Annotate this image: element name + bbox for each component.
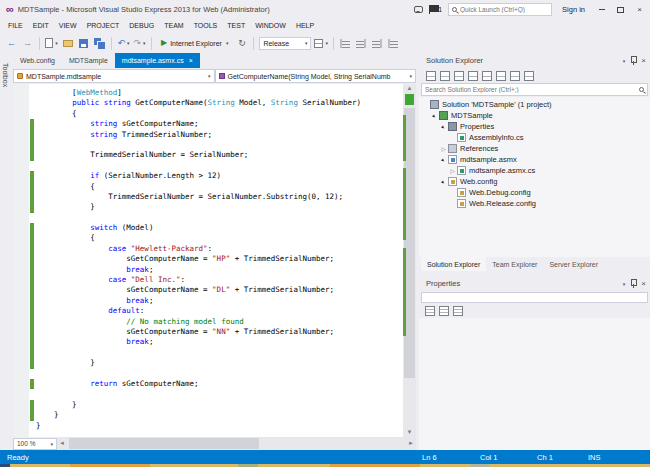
tree-item-assemblyinfo-cs[interactable]: AssemblyInfo.cs (419, 132, 650, 143)
uncomment-button[interactable] (355, 35, 368, 51)
save-button[interactable] (77, 35, 90, 51)
window-position-icon[interactable]: ▾ (623, 58, 626, 64)
tab-label: MDTSample (69, 57, 108, 64)
tree-item-references[interactable]: ▷References (419, 143, 650, 154)
save-all-button[interactable] (93, 35, 106, 51)
properties-header[interactable]: Properties ▾ × (419, 276, 650, 291)
solution-search-box[interactable] (421, 83, 648, 96)
undo-button[interactable]: ↶▾ (117, 35, 130, 51)
collapsed-arrow-icon[interactable]: ▷ (449, 168, 456, 174)
tree-item-web-release-config[interactable]: Web.Release.config (419, 198, 650, 209)
panel-tab-solution-explorer[interactable]: Solution Explorer (421, 257, 486, 271)
new-file-button[interactable]: ▾ (45, 35, 58, 51)
scroll-up-icon[interactable]: ▲ (403, 84, 416, 93)
expanded-arrow-icon[interactable]: ▸ (439, 155, 448, 164)
tab-mdtsample[interactable]: MDTSample (62, 53, 115, 68)
panel-tab-server-explorer[interactable]: Server Explorer (543, 257, 604, 271)
menu-item-team[interactable]: TEAM (159, 19, 188, 33)
menu-item-file[interactable]: FILE (3, 19, 28, 33)
tree-item-solution-mdtsample-1-project[interactable]: Solution 'MDTSample' (1 project) (419, 99, 650, 110)
expanded-arrow-icon[interactable]: ▸ (439, 177, 448, 186)
scroll-down-icon[interactable]: ▼ (403, 428, 416, 437)
alphabetical-icon[interactable] (439, 306, 449, 316)
decrease-indent-button[interactable] (371, 35, 384, 51)
expanded-arrow-icon[interactable]: ▸ (439, 122, 448, 131)
collapsed-arrow-icon[interactable]: ▷ (440, 146, 447, 152)
minimize-button[interactable] (595, 3, 608, 16)
code-line: default: (36, 306, 361, 316)
increase-indent-button[interactable] (387, 35, 400, 51)
find-in-files-button[interactable]: ▾ (314, 35, 328, 51)
scroll-left-icon[interactable]: ◄ (57, 437, 67, 450)
horizontal-scrollbar[interactable]: ◄ ► (57, 437, 416, 450)
comment-icon (340, 39, 350, 48)
categorized-icon[interactable] (425, 306, 435, 316)
code-editor[interactable]: [WebMethod] public string GetComputerNam… (13, 84, 416, 437)
home-icon[interactable] (426, 71, 436, 81)
pin-icon[interactable] (630, 56, 636, 65)
show-all-files-icon[interactable] (482, 71, 492, 81)
maximize-button[interactable] (614, 3, 627, 16)
horizontal-scroll-thumb[interactable] (69, 438, 259, 449)
status-column: Col 1 (480, 453, 498, 462)
start-debugging-button[interactable]: ▶ Internet Explorer ▾ (157, 35, 232, 51)
close-icon[interactable]: × (641, 280, 646, 288)
close-button[interactable]: × (633, 3, 646, 16)
tree-item-mdtsample-asmx-cs[interactable]: ▷mdtsample.asmx.cs (419, 165, 650, 176)
toolbox-tab[interactable]: Toolbox (0, 53, 13, 450)
properties-icon[interactable] (524, 71, 534, 81)
menu-item-view[interactable]: VIEW (54, 19, 82, 33)
sign-in-link[interactable]: Sign in (562, 5, 585, 14)
menu-item-project[interactable]: PROJECT (82, 19, 125, 33)
member-dropdown[interactable]: GetComputerName(String Model, String Ser… (215, 69, 417, 83)
zoom-dropdown[interactable]: 100 % ▾ (13, 438, 57, 450)
type-dropdown[interactable]: MDTSample.mdtsample ▾ (13, 69, 215, 83)
view-code-icon[interactable] (510, 71, 520, 81)
scroll-right-icon[interactable]: ► (406, 437, 416, 450)
expanded-arrow-icon[interactable]: ▸ (430, 111, 439, 120)
panel-tab-team-explorer[interactable]: Team Explorer (486, 257, 543, 271)
tab-mdtsample-asmx-cs[interactable]: mdtsample.asmx.cs× (115, 53, 200, 68)
tree-item-web-debug-config[interactable]: Web.Debug.config (419, 187, 650, 198)
quick-launch-input[interactable] (460, 6, 548, 13)
refresh-button[interactable]: ↻ (235, 35, 248, 51)
collapse-all-icon[interactable] (468, 71, 478, 81)
code-line: TrimmedSerialNumber = SerialNumber.Subst… (36, 192, 361, 202)
tab-close-icon[interactable]: × (189, 57, 193, 64)
navigate-forward-button[interactable]: → (21, 35, 34, 51)
feedback-icon[interactable] (414, 6, 423, 13)
vertical-scrollbar[interactable]: ▲ ▼ (403, 84, 416, 437)
redo-button[interactable]: ↷▾ (133, 35, 146, 51)
pending-changes-filter-icon[interactable] (454, 71, 464, 81)
change-bar (30, 140, 34, 150)
switch-views-icon[interactable] (440, 71, 450, 81)
solution-explorer-header[interactable]: Solution Explorer ▾ × (419, 53, 650, 68)
code-line: sGetComputerName = "DL" + TrimmedSerialN… (36, 285, 361, 295)
tree-item-properties[interactable]: ▸Properties (419, 121, 650, 132)
property-pages-icon[interactable] (453, 306, 463, 316)
quick-launch-box[interactable] (448, 3, 552, 16)
refresh-icon[interactable] (496, 71, 506, 81)
solution-search-input[interactable] (425, 86, 639, 93)
configuration-dropdown[interactable]: Release ▾ (259, 37, 311, 50)
properties-object-dropdown[interactable] (421, 292, 648, 303)
navigate-back-button[interactable]: ← (5, 35, 18, 51)
menu-item-debug[interactable]: DEBUG (124, 19, 159, 33)
menu-item-test[interactable]: TEST (222, 19, 250, 33)
menu-item-tools[interactable]: TOOLS (189, 19, 223, 33)
comment-button[interactable] (339, 35, 352, 51)
menu-item-edit[interactable]: EDIT (28, 19, 54, 33)
close-icon[interactable]: × (641, 57, 646, 65)
tree-item-mdtsample[interactable]: ▸MDTSample (419, 110, 650, 121)
tab-web-config[interactable]: Web.config (13, 53, 62, 68)
notifications-flag[interactable]: 1 (429, 5, 442, 14)
menu-item-help[interactable]: HELP (291, 19, 319, 33)
properties-grid[interactable] (419, 318, 650, 450)
tree-item-mdtsample-asmx[interactable]: ▸mdtsample.asmx (419, 154, 650, 165)
breakpoint-margin[interactable] (13, 84, 29, 437)
open-file-button[interactable] (61, 35, 74, 51)
tree-item-web-config[interactable]: ▸Web.config (419, 176, 650, 187)
pin-icon[interactable] (630, 279, 636, 288)
menu-item-window[interactable]: WINDOW (250, 19, 291, 33)
window-position-icon[interactable]: ▾ (623, 281, 626, 287)
